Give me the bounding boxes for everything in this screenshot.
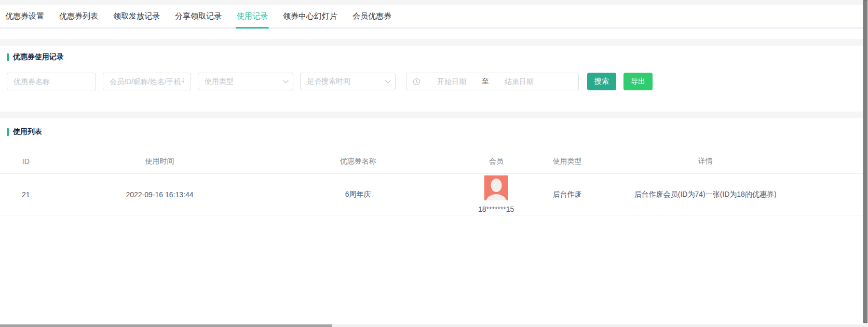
member-cell: 18*******15 (449, 175, 544, 213)
tab-coupon-center-slides[interactable]: 领券中心幻灯片 (283, 6, 337, 28)
export-button[interactable]: 导出 (623, 73, 653, 90)
filter-row: 使用类型 是否搜索时间 至 搜索 导出 (7, 73, 856, 90)
tab-share-claim-records[interactable]: 分享领取记录 (175, 6, 222, 28)
list-section-title: 使用列表 (0, 128, 863, 136)
page: 优惠券设置 优惠券列表 领取发放记录 分享领取记录 使用记录 领券中心幻灯片 会… (0, 0, 863, 324)
date-range-picker[interactable]: 至 (406, 73, 579, 90)
column-header-member: 会员 (449, 157, 544, 166)
usage-list-panel: 使用列表 ID 使用时间 优惠券名称 会员 使用类型 详情 21 2022-09… (0, 118, 863, 324)
usage-table: ID 使用时间 优惠券名称 会员 使用类型 详情 21 2022-09-16 1… (0, 149, 863, 215)
tab-bar: 优惠券设置 优惠券列表 领取发放记录 分享领取记录 使用记录 领券中心幻灯片 会… (0, 5, 863, 39)
tab-member-coupons[interactable]: 会员优惠券 (352, 6, 391, 28)
start-date-input[interactable] (424, 77, 480, 86)
table-row: 21 2022-09-16 16:13:44 6周年庆 18*******15 … (0, 174, 863, 215)
chevron-down-icon (282, 77, 288, 83)
date-range-separator: 至 (482, 77, 489, 86)
end-date-input[interactable] (491, 77, 547, 86)
row-member: 18*******15 (449, 175, 544, 213)
clock-icon (413, 78, 421, 86)
row-use-type: 后台作废 (544, 190, 591, 199)
section-accent-bar (7, 53, 9, 61)
column-header-id: ID (0, 157, 52, 166)
column-header-coupon-name: 优惠券名称 (267, 157, 449, 166)
tab-claim-records[interactable]: 领取发放记录 (113, 6, 160, 28)
use-type-select[interactable]: 使用类型 (198, 73, 293, 90)
coupon-name-input[interactable] (7, 73, 96, 90)
member-avatar (484, 175, 508, 200)
horizontal-scrollbar[interactable] (0, 324, 863, 327)
tab-coupon-list[interactable]: 优惠券列表 (59, 6, 98, 28)
chevron-down-icon (385, 77, 390, 83)
filter-panel: 优惠券使用记录 使用类型 是否搜索时间 至 搜索 (0, 46, 863, 112)
search-time-select-value: 是否搜索时间 (307, 77, 350, 86)
horizontal-scrollbar-thumb[interactable] (0, 324, 332, 327)
tab-coupon-settings[interactable]: 优惠券设置 (5, 6, 44, 28)
row-coupon-name: 6周年庆 (267, 190, 449, 199)
filter-section-title-text: 优惠券使用记录 (13, 52, 64, 62)
tab-list: 优惠券设置 优惠券列表 领取发放记录 分享领取记录 使用记录 领券中心幻灯片 会… (0, 5, 863, 29)
column-header-use-type: 使用类型 (544, 157, 591, 166)
row-use-time: 2022-09-16 16:13:44 (52, 190, 268, 199)
member-search-input[interactable] (103, 73, 191, 90)
row-detail: 后台作废会员(ID为74)一张(ID为18的优惠券) (591, 190, 819, 199)
section-accent-bar (7, 128, 9, 136)
search-time-select[interactable]: 是否搜索时间 (300, 73, 396, 90)
tab-usage-records[interactable]: 使用记录 (237, 6, 268, 28)
vertical-scrollbar-thumb[interactable] (863, 0, 867, 323)
table-header-row: ID 使用时间 优惠券名称 会员 使用类型 详情 (0, 149, 863, 174)
row-id: 21 (0, 190, 52, 199)
column-header-detail: 详情 (591, 157, 819, 166)
list-section-title-text: 使用列表 (13, 127, 42, 137)
filter-section-title: 优惠券使用记录 (7, 53, 856, 61)
column-header-use-time: 使用时间 (52, 157, 268, 166)
use-type-select-value: 使用类型 (205, 77, 234, 86)
vertical-scrollbar[interactable] (863, 0, 868, 327)
search-button[interactable]: 搜索 (587, 73, 616, 90)
member-phone: 18*******15 (478, 205, 514, 213)
